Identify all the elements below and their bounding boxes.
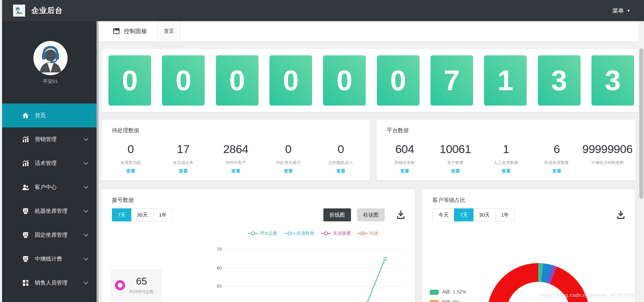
home-icon <box>22 112 29 119</box>
avatar <box>33 41 68 75</box>
stat-unfinished-tasks: 17 未完成任务 查看 <box>157 142 209 174</box>
view-link[interactable]: 查看 <box>552 168 561 174</box>
counter-card: 0 <box>162 55 205 106</box>
range-button-group: 今天 7天 30天 1年 <box>433 208 515 221</box>
range-button-today[interactable]: 今天 <box>433 208 454 221</box>
counter-card: 1 <box>484 55 527 106</box>
tab-home[interactable]: 首页 <box>157 21 180 41</box>
chevron-down-icon <box>84 186 88 189</box>
sidebar-item-home[interactable]: 首页 <box>2 104 97 127</box>
sidebar-item-robot-agents[interactable]: 机器坐席管理 <box>2 199 97 223</box>
stat-customers-to-call: 2864 待呼叫客户 查看 <box>209 142 262 174</box>
view-link[interactable]: 查看 <box>336 168 345 174</box>
donut-legend: A级: 1.52% B级: 0% <box>430 289 466 302</box>
legend-item-grade-b[interactable]: B级: 0% <box>430 299 466 302</box>
range-button-30d[interactable]: 30天 <box>473 208 496 221</box>
range-button-group: 7天 30天 1年 <box>112 208 173 221</box>
grade-controls: 今天 7天 30天 1年 <box>433 208 625 221</box>
stat-robot-agents: 6 机器坐席数量 查看 <box>531 142 582 174</box>
sidebar-item-label: 销售人员管理 <box>35 279 68 287</box>
legend-swatch <box>430 300 439 302</box>
stat-unread-messages: 0 未查看消息 查看 <box>104 142 157 174</box>
line-chart-legend: 呼出总数 接通数量 无法接通 拒接 <box>218 230 409 236</box>
platform-data-panel: 平台数据 604 营销任务数 查看 10061 客户数量 查看 <box>377 120 635 180</box>
platform-stats: 604 营销任务数 查看 10061 客户数量 查看 1 人工坐席数量 <box>377 142 635 174</box>
range-button-30d[interactable]: 30天 <box>131 208 153 221</box>
main-content: 控制面板 首页 0 0 0 0 0 0 7 1 3 3 待处理数据 <box>99 21 644 302</box>
panel-title: 平台数据 <box>377 120 635 134</box>
line-marker-icon <box>321 231 331 235</box>
counter-card: 0 <box>108 55 151 106</box>
line-chart-button[interactable]: 折线图 <box>323 208 351 221</box>
sidebar-item-label: 机器坐席管理 <box>35 208 68 215</box>
legend-item[interactable]: 呼出总数 <box>248 230 278 236</box>
stat-human-agents: 1 人工坐席数量 查看 <box>481 142 531 174</box>
range-button-7d[interactable]: 7天 <box>112 208 131 221</box>
panel-title: 待处理数据 <box>102 120 370 134</box>
stat-marketing-tasks: 604 营销任务数 查看 <box>379 142 430 174</box>
menu-dropdown[interactable]: 菜单 ▼ <box>612 7 630 15</box>
stat-keywords-pending: 0 待处理关键字 查看 <box>262 142 314 174</box>
bar-chart-button[interactable]: 柱状图 <box>357 208 385 221</box>
legend-swatch <box>430 290 439 295</box>
line-marker-icon <box>248 231 258 235</box>
sidebar-item-sales-staff[interactable]: 销售人员管理 <box>2 271 97 295</box>
grid-icon <box>22 279 29 287</box>
counter-card: 3 <box>538 55 581 106</box>
view-link[interactable]: 查看 <box>284 168 293 174</box>
dial-controls: 7天 30天 1年 折线图 柱状图 <box>112 208 405 221</box>
download-icon[interactable] <box>616 210 625 219</box>
sidebar-nav: 首页 营销管理 话术管理 <box>2 104 97 295</box>
sidebar-item-label: 客户中心 <box>35 184 57 191</box>
watermark-text: https://blog.csdn.net/weixin_47292020 <box>541 292 634 298</box>
pending-stats: 0 未查看消息 查看 17 未完成任务 查看 2864 待呼叫客户 查看 <box>102 142 370 174</box>
counter-card: 0 <box>323 55 366 106</box>
view-link[interactable]: 查看 <box>451 168 460 174</box>
sidebar-item-fixed-agents[interactable]: 固定坐席管理 <box>2 223 97 247</box>
range-button-1y[interactable]: 1年 <box>153 208 173 221</box>
chevron-down-icon <box>84 282 88 285</box>
scroll-area: 0 0 0 0 0 0 7 1 3 3 待处理数据 0 未查看消息 <box>99 41 644 302</box>
chevron-down-icon <box>84 210 88 213</box>
view-link[interactable]: 查看 <box>126 168 135 174</box>
view-link[interactable]: 查看 <box>400 168 409 174</box>
sidebar-item-customers[interactable]: 客户中心 <box>2 175 97 199</box>
stat-expired-robots: 0 已到期机器人 查看 <box>314 142 367 174</box>
stat-trunk-minutes: 99999906 中继线分钟剩余数 <box>582 142 633 174</box>
counter-card: 0 <box>377 55 420 106</box>
top-header: 企业后台 菜单 ▼ <box>2 0 644 21</box>
svg-text:50: 50 <box>217 284 222 289</box>
sidebar-item-trunk-billing[interactable]: 中继线计费 <box>2 247 97 271</box>
counter-card: 0 <box>269 55 312 106</box>
chevron-down-icon <box>84 258 88 261</box>
counter-card: 3 <box>591 55 634 106</box>
legend-item[interactable]: 无法接通 <box>321 230 351 236</box>
legend-item[interactable]: 接通数量 <box>284 230 314 236</box>
range-button-1y[interactable]: 1年 <box>495 208 515 221</box>
range-button-7d[interactable]: 7天 <box>454 208 473 221</box>
line-marker-icon <box>357 231 368 235</box>
download-icon[interactable] <box>396 210 405 219</box>
sidebar-item-scripts[interactable]: 话术管理 <box>2 151 97 175</box>
robot-icon <box>22 231 29 239</box>
customer-grade-panel: 客户等级占比 今天 7天 30天 1年 <box>422 189 635 302</box>
view-link[interactable]: 查看 <box>501 168 510 174</box>
sidebar-item-label: 话术管理 <box>35 160 57 167</box>
view-link[interactable]: 查看 <box>231 168 240 174</box>
svg-text:60: 60 <box>217 265 222 271</box>
vertical-scrollbar[interactable] <box>639 21 644 302</box>
legend-item[interactable]: 拒接 <box>357 230 378 236</box>
counter-card: 0 <box>216 55 259 106</box>
charts-row: 拨号数据 7天 30天 1年 折线图 柱状图 <box>102 189 641 302</box>
sidebar-item-label: 中继线计费 <box>35 256 62 263</box>
username: 平安01 <box>2 79 99 85</box>
control-panel-label: 控制面板 <box>99 21 147 41</box>
scrollbar-thumb[interactable] <box>639 49 643 199</box>
legend-item-grade-a[interactable]: A级: 1.52% <box>430 289 466 295</box>
sidebar-item-marketing[interactable]: 营销管理 <box>2 127 97 151</box>
sidebar: 平安01 首页 营销管理 <box>2 21 99 302</box>
chart-icon <box>22 160 29 167</box>
app-window: 企业后台 菜单 ▼ 平安01 <box>0 0 644 302</box>
view-link[interactable]: 查看 <box>179 168 188 174</box>
robot-icon <box>22 255 29 263</box>
